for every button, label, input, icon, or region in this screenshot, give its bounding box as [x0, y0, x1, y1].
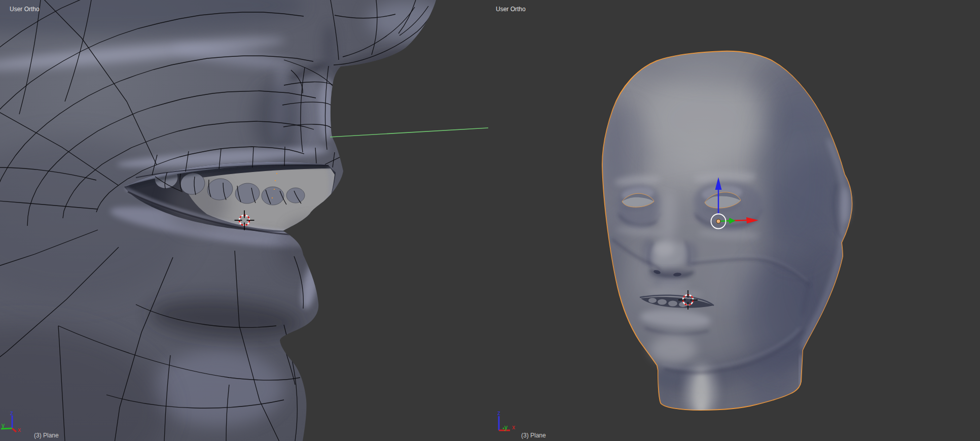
svg-text:z: z	[497, 410, 500, 417]
svg-text:User Ortho: User Ortho	[10, 6, 40, 13]
svg-text:x: x	[18, 426, 21, 433]
svg-text:y: y	[2, 422, 5, 429]
svg-text:(3) Plane: (3) Plane	[521, 432, 546, 439]
svg-text:x: x	[512, 424, 515, 431]
svg-text:User Ortho: User Ortho	[496, 6, 526, 13]
svg-text:(3) Plane: (3) Plane	[34, 432, 59, 439]
svg-text:y: y	[504, 424, 507, 431]
svg-text:z: z	[10, 410, 13, 417]
